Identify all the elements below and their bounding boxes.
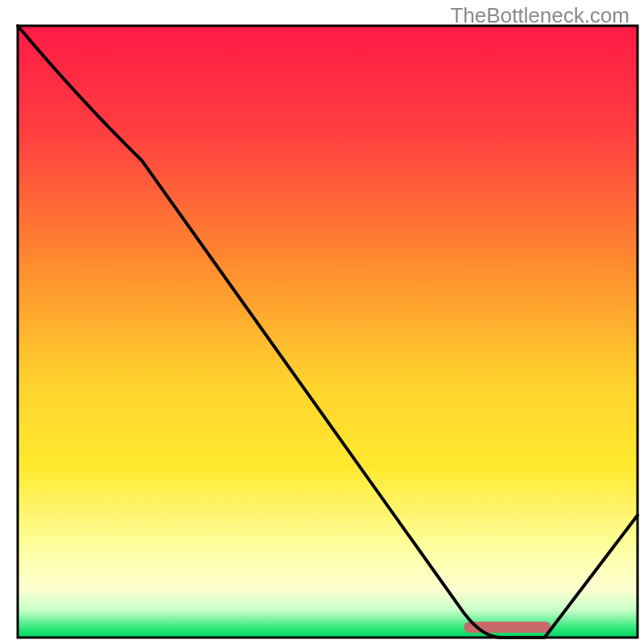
watermark-text: TheBottleneck.com [450,3,630,28]
bottleneck-chart: TheBottleneck.com [0,0,644,644]
chart-svg [0,0,644,644]
svg-rect-0 [18,26,638,638]
